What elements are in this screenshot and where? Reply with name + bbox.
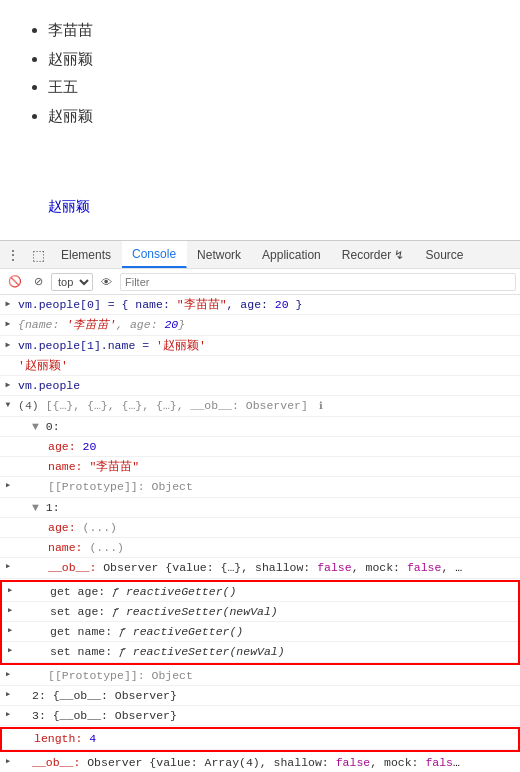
setter-line: set age: ƒ reactiveSetter(newVal): [18, 603, 514, 620]
console-input: vm.people[0] = { name: "李苗苗", age: 20 }: [16, 296, 516, 313]
array-item: 2: {__ob__: Observer}: [16, 687, 516, 704]
expand-icon[interactable]: [0, 339, 16, 351]
console-line: ▼ 0:: [0, 417, 520, 437]
devtools-tabbar: ⋮ ⬚ Elements Console Network Application…: [0, 241, 520, 269]
people-list: 李苗苗 赵丽颖 王五 赵丽颖: [24, 16, 496, 130]
console-line: {name: '李苗苗', age: 20}: [0, 315, 520, 335]
red-outline-group: get age: ƒ reactiveGetter() set age: ƒ r…: [0, 580, 520, 665]
eye-icon[interactable]: 👁: [97, 276, 116, 288]
console-line: age: (...): [0, 518, 520, 538]
expand-icon[interactable]: [2, 625, 18, 636]
tab-recorder[interactable]: Recorder ↯: [332, 241, 416, 268]
list-item: 赵丽颖: [48, 45, 496, 74]
console-line: set age: ƒ reactiveSetter(newVal): [2, 602, 518, 622]
expand-icon[interactable]: [0, 561, 16, 572]
devtools-panel: ⋮ ⬚ Elements Console Network Application…: [0, 240, 520, 772]
console-output: vm.people[0] = { name: "李苗苗", age: 20 } …: [0, 295, 520, 772]
console-input: vm.people: [16, 377, 516, 394]
console-line: get age: ƒ reactiveGetter(): [2, 582, 518, 602]
tab-network[interactable]: Network: [187, 241, 252, 268]
clear-console-button[interactable]: 🚫: [4, 275, 26, 288]
console-line: vm.people[0] = { name: "李苗苗", age: 20 }: [0, 295, 520, 315]
console-filter-input[interactable]: [120, 273, 516, 291]
observer-line: __ob__: Observer {value: {…}, shallow: f…: [16, 559, 466, 576]
property-line: age: 20: [16, 438, 516, 455]
array-item: 3: {__ob__: Observer}: [16, 707, 516, 724]
console-line: set name: ƒ reactiveSetter(newVal): [2, 642, 518, 662]
collapse-icon[interactable]: [0, 399, 16, 411]
list-item: 赵丽颖: [48, 102, 496, 131]
console-line: age: 20: [0, 437, 520, 457]
length-line: length: 4: [18, 730, 514, 747]
console-line: vm.people: [0, 376, 520, 396]
context-selector[interactable]: top: [51, 273, 93, 291]
console-line: [[Prototype]]: Object: [0, 477, 520, 497]
console-line: name: (...): [0, 538, 520, 558]
tab-application[interactable]: Application: [252, 241, 332, 268]
console-line: (4) [{…}, {…}, {…}, {…}, __ob__: Observe…: [0, 396, 520, 416]
expand-icon[interactable]: [0, 756, 16, 767]
console-input: vm.people[1].name = '赵丽颖': [16, 337, 516, 354]
property-line: name: (...): [16, 539, 516, 556]
list-area: 李苗苗 赵丽颖 王五 赵丽颖: [24, 16, 496, 130]
list-item: 李苗苗: [48, 16, 496, 45]
property-line: age: (...): [16, 519, 516, 536]
list-item: 王五: [48, 73, 496, 102]
devtools-inspect-icon[interactable]: ⬚: [26, 241, 51, 268]
console-line: ▼ 1:: [0, 498, 520, 518]
highlight-text: 赵丽颖: [24, 190, 496, 224]
array-item-label: ▼ 0:: [16, 418, 516, 435]
tab-elements[interactable]: Elements: [51, 241, 122, 268]
expand-icon[interactable]: [0, 318, 16, 330]
console-output-value: (4) [{…}, {…}, {…}, {…}, __ob__: Observe…: [16, 397, 516, 414]
console-output-value: '赵丽颖': [16, 357, 516, 374]
length-outline: length: 4: [0, 727, 520, 751]
getter-line: get age: ƒ reactiveGetter(): [18, 583, 514, 600]
expand-icon[interactable]: [0, 709, 16, 720]
array-item-label: ▼ 1:: [16, 499, 516, 516]
getter-line: get name: ƒ reactiveGetter(): [18, 623, 514, 640]
property-line: name: "李苗苗": [16, 458, 516, 475]
page-content: 李苗苗 赵丽颖 王五 赵丽颖 赵丽颖: [0, 0, 520, 240]
expand-icon[interactable]: [0, 379, 16, 391]
console-line: 2: {__ob__: Observer}: [0, 686, 520, 706]
console-line: 3: {__ob__: Observer}: [0, 706, 520, 726]
console-toolbar: 🚫 ⊘ top 👁: [0, 269, 520, 295]
console-line: __ob__: Observer {value: {…}, shallow: f…: [0, 558, 520, 578]
console-line: '赵丽颖': [0, 356, 520, 376]
expand-icon[interactable]: [0, 669, 16, 680]
console-line: __ob__: Observer {value: Array(4), shall…: [0, 753, 520, 773]
prototype-line: [[Prototype]]: Object: [16, 667, 516, 684]
expand-icon[interactable]: [2, 645, 18, 656]
tab-source[interactable]: Source: [415, 241, 474, 268]
console-line: get name: ƒ reactiveGetter(): [2, 622, 518, 642]
console-line: name: "李苗苗": [0, 457, 520, 477]
expand-icon[interactable]: [0, 298, 16, 310]
console-settings-icon[interactable]: ⊘: [30, 275, 47, 288]
expand-icon[interactable]: [2, 605, 18, 616]
expand-icon[interactable]: [0, 689, 16, 700]
console-line: length: 4: [2, 729, 518, 749]
console-line: [[Prototype]]: Object: [0, 666, 520, 686]
observer-line: __ob__: Observer {value: Array(4), shall…: [16, 754, 466, 771]
setter-line: set name: ƒ reactiveSetter(newVal): [18, 643, 514, 660]
console-output-value: {name: '李苗苗', age: 20}: [16, 316, 516, 333]
devtools-menu-icon[interactable]: ⋮: [0, 241, 26, 268]
expand-icon[interactable]: [0, 480, 16, 491]
expand-icon[interactable]: [2, 585, 18, 596]
tab-console[interactable]: Console: [122, 241, 187, 268]
prototype-line: [[Prototype]]: Object: [16, 478, 516, 495]
console-line: vm.people[1].name = '赵丽颖': [0, 336, 520, 356]
